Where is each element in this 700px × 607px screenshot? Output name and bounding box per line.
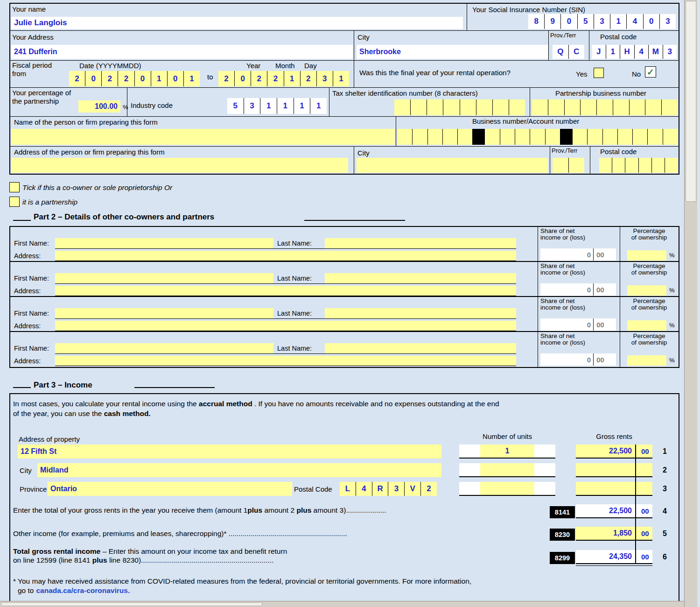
digit-cell[interactable]: 0 [85, 71, 101, 86]
preparer-address-input[interactable] [11, 158, 348, 173]
preparer-prov-input[interactable] [553, 158, 584, 173]
digit-cell[interactable]: 2 [251, 71, 267, 86]
digit-cell[interactable]: 3 [663, 45, 677, 59]
ownership-pct-input[interactable] [627, 355, 666, 366]
digit-cell[interactable] [500, 129, 515, 145]
digit-cell[interactable] [457, 129, 472, 145]
digit-cell[interactable] [651, 158, 665, 173]
digit-cell[interactable] [410, 99, 427, 115]
digit-cell[interactable]: 1 [277, 98, 294, 114]
digit-cell[interactable]: 3 [244, 98, 260, 114]
ownership-pct-input[interactable] [627, 285, 666, 296]
digit-cell[interactable]: H [620, 45, 634, 59]
units-input[interactable] [480, 482, 534, 495]
fiscal-to-date-input[interactable]: 2 0 2 2 1 2 3 1 [218, 71, 349, 86]
digit-cell[interactable] [530, 129, 545, 145]
digit-cell[interactable] [548, 99, 564, 115]
other-income-input[interactable]: 1,850 00 [576, 527, 652, 541]
digit-cell[interactable]: 2 [267, 71, 283, 86]
preparer-name-input[interactable] [11, 129, 395, 145]
vertical-scrollbar-thumb[interactable] [686, 1, 696, 202]
digit-cell[interactable]: 1 [610, 14, 626, 29]
digit-cell[interactable] [647, 129, 662, 145]
property-postal-input[interactable]: L 4 R 3 V 2 [340, 482, 437, 496]
digit-cell[interactable] [545, 129, 560, 145]
your-address-input[interactable]: 241 Dufferin [11, 45, 353, 59]
digit-cell[interactable]: 1 [183, 71, 200, 86]
digit-cell[interactable] [509, 99, 525, 115]
digit-cell[interactable]: 9 [544, 14, 560, 29]
city-input[interactable]: Sherbrooke [357, 45, 548, 59]
last-name-input[interactable] [325, 273, 516, 283]
first-name-input[interactable] [55, 308, 273, 318]
gross-rents-row3-input[interactable] [576, 482, 652, 496]
digit-cell[interactable]: J [592, 45, 606, 59]
digit-cell[interactable] [645, 99, 661, 115]
partnership-checkbox[interactable] [9, 197, 20, 207]
your-name-input[interactable]: Julie Langlois [11, 17, 463, 29]
digit-cell[interactable]: 2 [420, 482, 437, 496]
digit-cell[interactable] [587, 129, 602, 145]
digit-cell[interactable] [412, 129, 427, 145]
address-input[interactable] [55, 356, 516, 366]
digit-cell[interactable] [602, 129, 617, 145]
digit-cell[interactable]: 1 [606, 45, 620, 59]
digit-cell[interactable]: 3 [594, 14, 610, 29]
industry-code-input[interactable]: 5 3 1 1 1 1 [227, 98, 327, 114]
digit-cell[interactable]: 1 [310, 98, 327, 114]
sin-input[interactable]: 8 9 0 5 3 1 4 0 3 [528, 14, 676, 29]
last-name-input[interactable] [325, 343, 516, 353]
digit-cell[interactable] [599, 158, 612, 173]
address-input[interactable] [55, 321, 516, 331]
digit-cell[interactable]: 1 [151, 71, 167, 86]
digit-cell[interactable]: 4 [634, 45, 649, 59]
digit-cell[interactable] [515, 129, 530, 145]
digit-cell[interactable]: 0 [167, 71, 183, 86]
digit-cell[interactable]: 8 [528, 14, 544, 29]
digit-cell[interactable] [629, 99, 645, 115]
percentage-input[interactable]: 100.00 [78, 100, 120, 113]
digit-cell[interactable]: 1 [294, 98, 310, 114]
gross-rents-row1-input[interactable]: 22,500 00 [576, 445, 652, 459]
address-input[interactable] [55, 251, 516, 261]
last-name-input[interactable] [325, 308, 516, 318]
final-year-yes-checkbox[interactable] [594, 68, 604, 78]
partnership-bn-input[interactable] [532, 99, 678, 115]
address-input[interactable] [55, 286, 516, 296]
digit-cell[interactable] [427, 129, 442, 145]
fiscal-from-date-input[interactable]: 2 0 2 2 0 1 0 1 [69, 71, 200, 86]
gross-rents-row2-input[interactable] [576, 463, 652, 477]
digit-cell[interactable] [572, 129, 587, 145]
tax-shelter-input[interactable] [394, 99, 525, 115]
digit-cell[interactable]: 2 [118, 71, 134, 86]
digit-cell[interactable]: 2 [101, 71, 118, 86]
horizontal-scrollbar[interactable] [0, 601, 684, 607]
digit-cell[interactable]: L [340, 482, 356, 496]
digit-cell[interactable] [663, 129, 678, 145]
digit-cell[interactable] [596, 99, 613, 115]
digit-cell[interactable]: 2 [300, 71, 316, 86]
property-city-input[interactable]: Midland [37, 463, 441, 477]
digit-cell[interactable]: 5 [227, 98, 244, 114]
preparer-postal-input[interactable] [599, 158, 678, 173]
ownership-pct-input[interactable] [627, 320, 666, 331]
digit-cell[interactable] [484, 129, 499, 145]
digit-cell[interactable] [532, 99, 548, 115]
digit-cell[interactable]: 0 [134, 71, 151, 86]
digit-cell[interactable]: 3 [659, 14, 676, 29]
units-input[interactable]: 1 [480, 445, 534, 458]
digit-cell[interactable]: 2 [218, 71, 234, 86]
digit-cell[interactable] [613, 99, 629, 115]
digit-cell[interactable]: 2 [69, 71, 85, 86]
cra-coronavirus-link[interactable]: canada.ca/cra-coronavirus. [36, 586, 130, 594]
digit-cell[interactable]: 4 [626, 14, 643, 29]
digit-cell[interactable] [553, 158, 568, 173]
property-province-input[interactable]: Ontario [48, 482, 292, 496]
digit-cell[interactable] [617, 129, 632, 145]
first-name-input[interactable] [55, 238, 273, 248]
digit-cell[interactable] [625, 158, 638, 173]
digit-cell[interactable] [460, 99, 476, 115]
digit-cell[interactable] [632, 129, 647, 145]
vertical-scrollbar[interactable] [684, 0, 697, 607]
digit-cell[interactable] [427, 99, 443, 115]
